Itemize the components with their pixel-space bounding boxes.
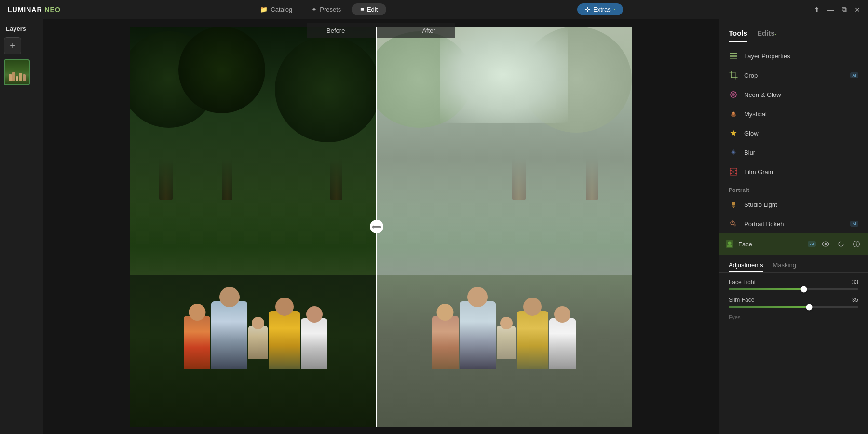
presets-label: Presets: [320, 6, 341, 13]
studio-light-label: Studio Light: [744, 201, 858, 208]
extras-button[interactable]: ✛ Extras •: [577, 3, 623, 15]
face-tab-masking[interactable]: Masking: [773, 258, 796, 272]
tab-edits[interactable]: Edits•: [757, 25, 776, 42]
portrait-section-header: Portrait: [719, 181, 868, 195]
face-visibility-button[interactable]: [820, 238, 831, 250]
plus-icon: +: [10, 41, 15, 52]
svg-point-32: [856, 242, 857, 243]
add-layer-button[interactable]: +: [4, 37, 21, 54]
main-container: Layers + Before After: [0, 19, 868, 434]
svg-rect-18: [730, 173, 732, 174]
portrait-bokeh-icon: [729, 219, 738, 229]
slim-face-track[interactable]: [729, 306, 858, 308]
portrait-bokeh-ai-badge: AI: [850, 221, 858, 227]
svg-point-30: [825, 243, 827, 245]
face-light-track[interactable]: [729, 288, 858, 290]
face-tab-adjustments[interactable]: Adjustments: [729, 258, 763, 272]
app-logo: LUMINAR NEO: [8, 6, 61, 14]
tool-glow[interactable]: Glow: [719, 123, 868, 143]
tool-mystical[interactable]: Mystical: [719, 104, 868, 123]
svg-point-12: [735, 152, 736, 153]
face-info-button[interactable]: [851, 238, 862, 250]
layer-thumbnail[interactable]: [4, 59, 30, 85]
glow-icon: [729, 128, 738, 138]
layer-properties-label: Layer Properties: [744, 53, 858, 60]
svg-rect-0: [730, 53, 737, 54]
slim-face-slider-header: Slim Face 35: [729, 297, 858, 303]
tool-neon-glow[interactable]: Neon & Glow: [719, 85, 868, 104]
svg-point-7: [733, 112, 734, 113]
eyes-section-hint: Eyes: [729, 314, 858, 320]
layers-panel: Layers +: [0, 19, 43, 434]
face-light-slider-header: Face Light 33: [729, 279, 858, 285]
neon-glow-label: Neon & Glow: [744, 91, 858, 98]
layer-thumb-image: [5, 60, 29, 84]
split-line[interactable]: ⟺: [376, 27, 377, 427]
glow-label: Glow: [744, 130, 858, 137]
svg-point-25: [732, 221, 733, 223]
svg-point-11: [731, 152, 732, 153]
svg-point-22: [732, 205, 735, 207]
before-scene: [130, 27, 381, 427]
crop-label: Crop: [744, 72, 844, 79]
face-light-label: Face Light: [729, 279, 756, 285]
after-scene: [376, 27, 632, 427]
sliders-area: Face Light 33 Slim Face 35: [719, 273, 868, 326]
edit-icon: ≡: [360, 6, 364, 13]
svg-point-14: [733, 154, 734, 155]
layer-properties-icon: [729, 51, 738, 61]
tools-panel-header: Tools Edits•: [719, 19, 868, 42]
tool-face[interactable]: Face AI: [719, 233, 868, 255]
face-reset-button[interactable]: [835, 238, 847, 250]
edit-label: Edit: [367, 6, 378, 13]
tab-presets[interactable]: ✦ Presets: [303, 3, 350, 15]
svg-rect-17: [735, 170, 737, 171]
tab-tools[interactable]: Tools: [729, 25, 747, 42]
split-handle[interactable]: ⟺: [370, 220, 383, 233]
extras-label: Extras: [593, 6, 611, 13]
image-container: ⟺: [43, 19, 719, 434]
split-view[interactable]: ⟺: [130, 27, 632, 427]
canvas-area: Before After: [43, 19, 719, 434]
close-button[interactable]: ✕: [854, 6, 860, 14]
before-image: [130, 27, 381, 427]
tab-catalog[interactable]: 📁 Catalog: [251, 3, 301, 15]
mystical-label: Mystical: [744, 110, 858, 118]
svg-point-4: [732, 93, 735, 96]
mystical-icon: [729, 109, 738, 119]
blur-label: Blur: [744, 149, 858, 156]
app-logo-suffix: NEO: [44, 6, 60, 14]
tools-panel: Tools Edits• Layer Properties: [719, 19, 868, 434]
svg-point-28: [728, 242, 732, 245]
tool-film-grain[interactable]: Film Grain: [719, 162, 868, 181]
face-tool-controls: [820, 238, 862, 250]
layers-panel-title: Layers: [4, 25, 39, 32]
after-image: [376, 27, 632, 427]
tool-blur[interactable]: Blur: [719, 143, 868, 162]
share-button[interactable]: ⬆: [814, 6, 820, 14]
maximize-button[interactable]: ⧉: [842, 5, 847, 14]
minimize-button[interactable]: —: [827, 6, 834, 14]
svg-point-21: [732, 202, 735, 205]
face-label: Face: [738, 241, 804, 248]
slim-face-label: Slim Face: [729, 297, 754, 303]
titlebar: LUMINAR NEO 📁 Catalog ✦ Presets ≡ Edit ✛…: [0, 0, 868, 19]
face-light-thumb[interactable]: [801, 286, 807, 292]
tool-layer-properties[interactable]: Layer Properties: [719, 46, 868, 66]
face-light-value: 33: [847, 279, 858, 285]
edits-dot: •: [775, 32, 776, 37]
film-grain-icon: [729, 167, 738, 176]
slim-face-thumb[interactable]: [806, 304, 812, 310]
catalog-icon: 📁: [260, 6, 268, 13]
tool-studio-light[interactable]: Studio Light: [719, 195, 868, 214]
crop-ai-badge: AI: [850, 72, 858, 78]
tool-crop[interactable]: Crop AI: [719, 66, 868, 85]
tab-edit[interactable]: ≡ Edit: [352, 3, 386, 15]
svg-rect-1: [730, 55, 737, 57]
extras-icon: ✛: [585, 6, 590, 13]
edits-label: Edits: [757, 29, 775, 37]
tool-portrait-bokeh[interactable]: Portrait Bokeh AI: [719, 214, 868, 233]
slim-face-value: 35: [847, 297, 858, 303]
film-grain-label: Film Grain: [744, 168, 858, 176]
slim-face-slider-row: Slim Face 35: [729, 297, 858, 308]
